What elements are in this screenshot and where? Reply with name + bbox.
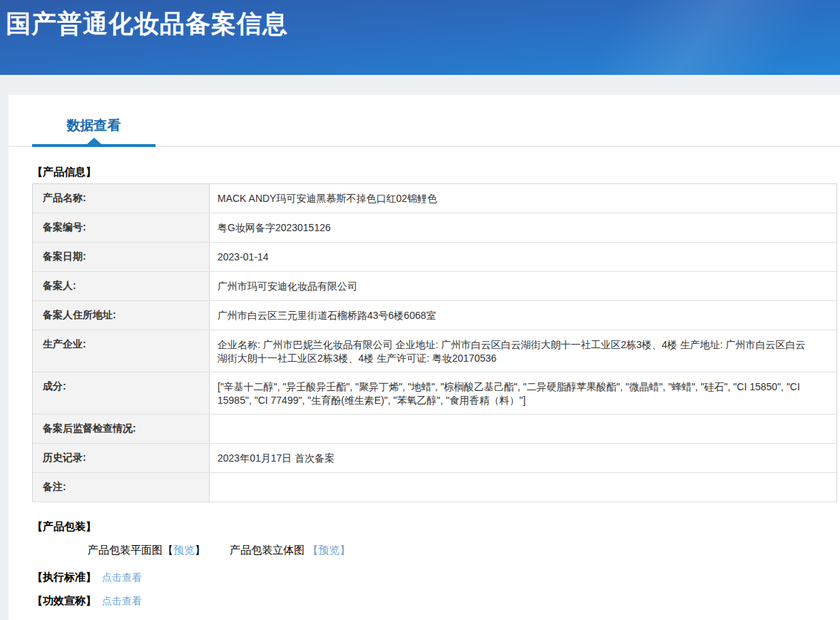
row-label: 备注: (33, 473, 210, 502)
row-label: 成分: (33, 372, 210, 414)
table-row: 备案日期: 2023-01-14 (33, 243, 836, 272)
table-row: 备案人: 广州市玛可安迪化妆品有限公司 (33, 272, 836, 301)
row-value: 企业名称: 广州市巴妮兰化妆品有限公司 企业地址: 广州市白云区白云湖街大朗十一… (210, 330, 836, 372)
table-row: 备案后监督检查情况: (33, 415, 836, 444)
table-row: 备注: (33, 473, 836, 502)
row-label: 备案编号: (33, 213, 210, 242)
packaging-stereo-label: 产品包装立体图 (230, 544, 307, 556)
table-row: 历史记录: 2023年01月17日 首次备案 (33, 444, 836, 473)
row-value (210, 473, 836, 502)
row-label: 历史记录: (33, 444, 210, 472)
row-value: 粤G妆网备字2023015126 (210, 213, 836, 242)
preview-link-flat[interactable]: 预览 (173, 544, 195, 556)
bracket-close: 】 (195, 544, 205, 556)
header-gradient-highlight (422, 0, 840, 75)
row-value: ["辛基十二醇", "异壬酸异壬酯", "聚异丁烯", "地蜡", "棕榈酸乙基… (210, 372, 836, 414)
row-label: 备案后监督检查情况: (33, 415, 210, 443)
row-label: 产品名称: (33, 184, 210, 213)
row-label: 备案人: (33, 272, 210, 300)
bracket-close: 】 (339, 544, 350, 556)
page-title: 国产普通化妆品备案信息 (6, 7, 288, 41)
tab-data-view[interactable]: 数据查看 (32, 116, 155, 147)
row-value: 广州市玛可安迪化妆品有限公司 (210, 272, 836, 300)
packaging-previews-row: 产品包装平面图【预览】 产品包装立体图 【预览】 (88, 544, 840, 557)
row-label: 生产企业: (33, 330, 210, 372)
table-row: 产品名称: MACK ANDY玛可安迪黑慕斯不掉色口红02锦鲤色 (33, 184, 836, 213)
bracket-open: 【 (163, 544, 173, 556)
row-value: MACK ANDY玛可安迪黑慕斯不掉色口红02锦鲤色 (210, 184, 836, 213)
efficacy-claim-row: 【功效宣称】点击查看 (32, 594, 840, 608)
section-product-info-heading: 【产品信息】 (32, 166, 840, 179)
execution-standard-label: 【执行标准】 (32, 571, 96, 583)
tab-data-view-label: 数据查看 (67, 118, 121, 133)
preview-link-stereo[interactable]: 预览 (318, 544, 339, 556)
active-tab-arrow-icon (87, 138, 101, 144)
page-header: 国产普通化妆品备案信息 (0, 0, 840, 75)
table-row: 备案人住所地址: 广州市白云区三元里街道石榴桥路43号6楼6068室 (33, 301, 836, 330)
packaging-flat-label: 产品包装平面图 (88, 544, 163, 556)
row-value: 2023-01-14 (210, 243, 836, 271)
row-value: 广州市白云区三元里街道石榴桥路43号6楼6068室 (210, 301, 836, 330)
row-value (210, 415, 836, 443)
table-row: 备案编号: 粤G妆网备字2023015126 (33, 213, 836, 243)
tab-bar: 数据查看 (9, 95, 840, 147)
table-row: 成分: ["辛基十二醇", "异壬酸异壬酯", "聚异丁烯", "地蜡", "棕… (33, 372, 836, 415)
view-efficacy-link[interactable]: 点击查看 (102, 595, 142, 606)
row-label: 备案日期: (33, 243, 210, 271)
content-card: 数据查看 【产品信息】 产品名称: MACK ANDY玛可安迪黑慕斯不掉色口红0… (9, 95, 840, 620)
view-standard-link[interactable]: 点击查看 (102, 571, 142, 583)
execution-standard-row: 【执行标准】点击查看 (32, 571, 840, 584)
packaging-flat-item: 产品包装平面图【预览】 (88, 544, 205, 556)
packaging-stereo-item: 产品包装立体图 【预览】 (230, 544, 350, 556)
section-packaging-heading: 【产品包装】 (32, 520, 840, 534)
table-row: 生产企业: 企业名称: 广州市巴妮兰化妆品有限公司 企业地址: 广州市白云区白云… (33, 330, 836, 372)
bracket-open: 【 (307, 544, 318, 556)
row-value: 2023年01月17日 首次备案 (210, 444, 836, 472)
product-info-table: 产品名称: MACK ANDY玛可安迪黑慕斯不掉色口红02锦鲤色 备案编号: 粤… (32, 183, 837, 502)
efficacy-claim-label: 【功效宣称】 (32, 594, 96, 606)
row-label: 备案人住所地址: (33, 301, 210, 330)
